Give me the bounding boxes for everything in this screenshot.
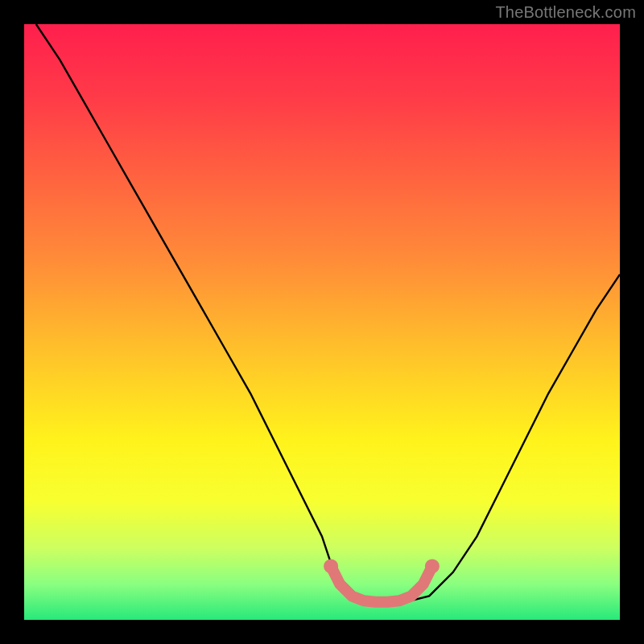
chart-svg	[24, 24, 620, 620]
watermark-text: TheBottleneck.com	[495, 3, 636, 22]
marker-endcap	[324, 559, 338, 573]
marker-endcap	[425, 559, 440, 573]
valley-curve-path	[36, 24, 620, 602]
marker-segment	[331, 566, 432, 601]
marker-layer	[324, 559, 440, 601]
frame: TheBottleneck.com	[0, 0, 644, 644]
